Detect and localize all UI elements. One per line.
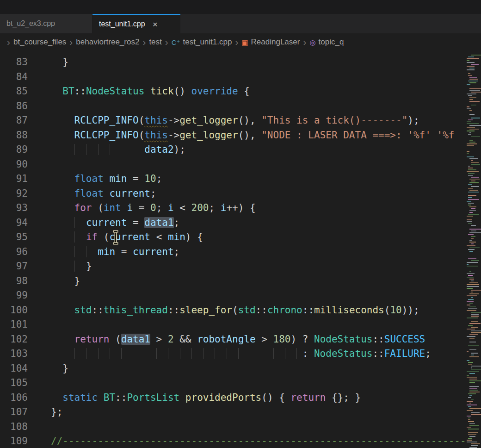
code-line-84[interactable]: 84	[0, 70, 466, 85]
minimap-line	[467, 108, 471, 109]
code-lines: 83 }8485 BT::NodeStatus tick() override …	[0, 55, 466, 448]
code-line-88[interactable]: 88 RCLCPP_INFO(this->get_logger(), "NODE…	[0, 128, 466, 143]
code-line-106[interactable]: 106 static BT::PortsList providedPorts()…	[0, 391, 466, 405]
code-line-91[interactable]: 91 float min = 10;	[0, 172, 466, 187]
code-line-92[interactable]: 92 float current;	[0, 187, 466, 201]
line-number[interactable]: 95	[0, 230, 28, 245]
code-text[interactable]	[28, 99, 466, 114]
code-text[interactable]: RCLCPP_INFO(this->get_logger(), "NODE : …	[28, 128, 466, 143]
line-number[interactable]: 85	[0, 84, 28, 99]
code-text[interactable]: float min = 10;	[28, 172, 466, 187]
line-number[interactable]: 105	[0, 376, 28, 391]
line-number[interactable]: 100	[0, 303, 28, 318]
minimap-line	[471, 399, 474, 400]
code-text[interactable]: min = current;	[28, 245, 466, 260]
code-text[interactable]: return (data1 > 2 && robotAngle > 180) ?…	[28, 332, 466, 347]
code-line-96[interactable]: 96 min = current;	[0, 245, 466, 260]
code-text[interactable]: }	[28, 274, 466, 289]
code-text[interactable]	[28, 420, 466, 435]
code-editor[interactable]: 83 }8485 BT::NodeStatus tick() override …	[0, 51, 466, 448]
code-line-90[interactable]: 90	[0, 157, 466, 172]
line-number[interactable]: 88	[0, 128, 28, 143]
code-line-103[interactable]: 103 : NodeStatus::FAILURE;	[0, 347, 466, 361]
code-text[interactable]	[28, 376, 466, 391]
line-number[interactable]: 106	[0, 391, 28, 405]
code-line-104[interactable]: 104 }	[0, 361, 466, 376]
minimap-line	[467, 273, 475, 274]
code-line-101[interactable]: 101	[0, 317, 466, 332]
code-line-97[interactable]: 97 }	[0, 259, 466, 274]
close-icon[interactable]: ×	[153, 20, 158, 29]
code-line-100[interactable]: 100 std::this_thread::sleep_for(std::chr…	[0, 303, 466, 318]
code-line-105[interactable]: 105	[0, 376, 466, 391]
code-line-87[interactable]: 87 RCLCPP_INFO(this->get_logger(), "This…	[0, 113, 466, 128]
breadcrumb-item-test[interactable]: test	[149, 37, 161, 47]
line-number[interactable]: 94	[0, 216, 28, 230]
line-number[interactable]: 99	[0, 288, 28, 303]
code-text[interactable]: if (current < min) {	[28, 230, 466, 245]
code-text[interactable]: //--------------------------------------…	[28, 434, 466, 448]
tab-bt_u2_ex3[interactable]: bt_u2_ex3.cpp	[0, 14, 92, 33]
code-text[interactable]: }	[28, 361, 466, 376]
line-number[interactable]: 83	[0, 55, 28, 70]
line-number[interactable]: 96	[0, 245, 28, 260]
minimap-line	[467, 143, 477, 144]
code-line-108[interactable]: 108	[0, 420, 466, 435]
line-number[interactable]: 98	[0, 274, 28, 289]
code-line-99[interactable]: 99	[0, 288, 466, 303]
code-line-93[interactable]: 93 for (int i = 0; i < 200; i++) {	[0, 201, 466, 216]
minimap-line	[469, 140, 473, 141]
code-text[interactable]: }	[28, 55, 466, 70]
tab-label: test_unit1.cpp	[99, 20, 145, 28]
breadcrumb-item-behaviortree_ros2[interactable]: behaviortree_ros2	[76, 37, 139, 47]
line-number[interactable]: 89	[0, 143, 28, 157]
code-line-83[interactable]: 83 }	[0, 55, 466, 70]
line-number[interactable]: 86	[0, 99, 28, 114]
code-text[interactable]: current = data1;	[28, 216, 466, 230]
line-number[interactable]: 90	[0, 157, 28, 172]
line-number[interactable]: 108	[0, 420, 28, 435]
code-text[interactable]: data2);	[28, 143, 466, 157]
breadcrumb-item-topic_q[interactable]: ◎topic_q	[309, 37, 344, 47]
line-number[interactable]: 91	[0, 172, 28, 187]
tab-test_unit1[interactable]: test_unit1.cpp ×	[92, 14, 180, 33]
code-text[interactable]: };	[28, 405, 466, 420]
code-text[interactable]: : NodeStatus::FAILURE;	[28, 347, 466, 361]
code-text[interactable]: static BT::PortsList providedPorts() { r…	[28, 391, 466, 405]
code-text[interactable]	[28, 288, 466, 303]
line-number[interactable]: 93	[0, 201, 28, 216]
code-text[interactable]: RCLCPP_INFO(this->get_logger(), "This is…	[28, 113, 466, 128]
line-number[interactable]: 104	[0, 361, 28, 376]
code-text[interactable]: }	[28, 259, 466, 274]
code-line-95[interactable]: 95 if (current < min) {	[0, 230, 466, 245]
minimap[interactable]	[466, 52, 481, 448]
code-line-98[interactable]: 98 }	[0, 274, 466, 289]
breadcrumb-item-bt_course_files[interactable]: bt_course_files	[13, 37, 66, 47]
line-number[interactable]: 97	[0, 259, 28, 274]
code-line-85[interactable]: 85 BT::NodeStatus tick() override {	[0, 84, 466, 99]
line-number[interactable]: 87	[0, 113, 28, 128]
code-text[interactable]: BT::NodeStatus tick() override {	[28, 84, 466, 99]
line-number[interactable]: 84	[0, 70, 28, 85]
line-number[interactable]: 109	[0, 434, 28, 448]
line-number[interactable]: 101	[0, 317, 28, 332]
code-line-107[interactable]: 107};	[0, 405, 466, 420]
code-text[interactable]: for (int i = 0; i < 200; i++) {	[28, 201, 466, 216]
minimap-line	[466, 256, 481, 257]
breadcrumb-item-test_unit1.cpp[interactable]: C⁺test_unit1.cpp	[172, 37, 232, 47]
code-text[interactable]	[28, 157, 466, 172]
code-text[interactable]	[28, 317, 466, 332]
line-number[interactable]: 92	[0, 187, 28, 201]
code-text[interactable]: float current;	[28, 187, 466, 201]
code-text[interactable]	[28, 70, 466, 85]
code-line-94[interactable]: 94 current = data1;	[0, 216, 466, 230]
line-number[interactable]: 102	[0, 332, 28, 347]
code-line-109[interactable]: 109//-----------------------------------…	[0, 434, 466, 448]
code-text[interactable]: std::this_thread::sleep_for(std::chrono:…	[28, 303, 466, 318]
code-line-89[interactable]: 89 data2);	[0, 143, 466, 157]
line-number[interactable]: 107	[0, 405, 28, 420]
code-line-102[interactable]: 102 return (data1 > 2 && robotAngle > 18…	[0, 332, 466, 347]
line-number[interactable]: 103	[0, 347, 28, 361]
breadcrumb-item-ReadingLaser[interactable]: ▣ReadingLaser	[241, 37, 300, 47]
code-line-86[interactable]: 86	[0, 99, 466, 114]
